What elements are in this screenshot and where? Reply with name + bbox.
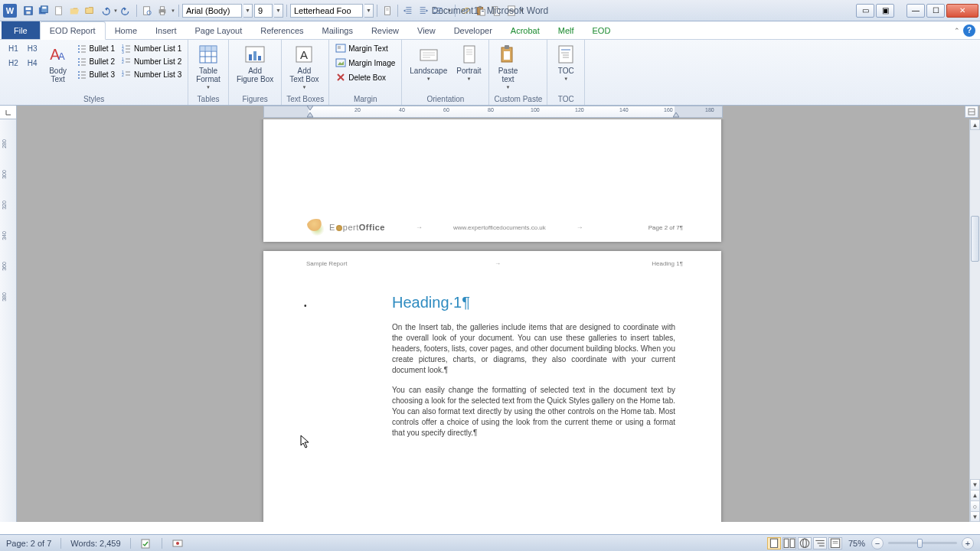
decrease-indent-icon[interactable]	[401, 4, 415, 18]
print-icon[interactable]	[155, 4, 169, 18]
quick-style-dropdown[interactable]: ▼	[364, 4, 374, 18]
h1-style-button[interactable]: H1	[5, 42, 22, 55]
font-name-dropdown[interactable]: ▼	[243, 4, 253, 18]
ribbon-restore-icon[interactable]: ▣	[876, 4, 894, 18]
tab-acrobat[interactable]: Acrobat	[501, 21, 549, 39]
first-line-indent-marker[interactable]	[307, 106, 313, 112]
save-icon[interactable]	[21, 4, 35, 18]
ribbon: H1 H3 H2 H4 AA Body Text Bullet 1 Bullet…	[0, 40, 980, 106]
tab-developer[interactable]: Developer	[445, 21, 501, 39]
undo-icon[interactable]	[98, 4, 112, 18]
vertical-scrollbar[interactable]: ▲ ▼ ▲ ○ ▼	[969, 119, 980, 522]
svg-point-55	[78, 71, 80, 73]
add-text-box-button[interactable]: A Add Text Box ▼	[286, 42, 322, 91]
font-size-box[interactable]: 9	[254, 4, 273, 18]
tab-review[interactable]: Review	[362, 21, 408, 39]
tab-selector[interactable]	[0, 106, 16, 119]
spell-check-icon[interactable]	[140, 537, 152, 549]
zoom-level-label[interactable]: 75%	[848, 539, 865, 548]
previous-page-button[interactable]: ▲	[970, 490, 980, 500]
svg-marker-91	[338, 61, 344, 65]
scroll-thumb[interactable]	[971, 216, 979, 262]
table-format-button[interactable]: Table Format ▼	[193, 42, 224, 91]
number-2-button[interactable]: 12Number List 2	[119, 55, 183, 67]
svg-rect-120	[784, 539, 789, 547]
tab-page-layout[interactable]: Page Layout	[186, 21, 252, 39]
portrait-button[interactable]: Portrait ▼	[453, 42, 484, 83]
tab-melf[interactable]: Melf	[549, 21, 583, 39]
web-layout-view-button[interactable]	[798, 537, 812, 549]
toc-button[interactable]: TOC ▼	[552, 42, 580, 83]
number-1-button[interactable]: 123Number List 1	[119, 42, 183, 54]
page-1: EpertOffice → www.expertofficedocuments.…	[263, 119, 721, 242]
h3-style-button[interactable]: H3	[24, 42, 41, 55]
redo-icon[interactable]	[119, 4, 133, 18]
svg-marker-112	[673, 112, 679, 117]
open-folder-icon[interactable]	[83, 4, 96, 18]
outline-view-button[interactable]	[813, 537, 827, 549]
bullet-1-button[interactable]: Bullet 1	[75, 42, 116, 54]
paste-text-button[interactable]: Paste text ▼	[494, 42, 521, 91]
tab-eod[interactable]: EOD	[583, 21, 620, 39]
macro-record-icon[interactable]	[172, 537, 184, 549]
word-count-label[interactable]: Words: 2,459	[70, 539, 120, 548]
svg-rect-83	[253, 51, 256, 60]
ribbon-minimize-icon[interactable]: ▭	[856, 4, 874, 18]
open-icon[interactable]	[67, 4, 81, 18]
full-screen-reading-view-button[interactable]	[782, 537, 796, 549]
add-figure-box-button[interactable]: Add Figure Box	[234, 42, 276, 85]
font-size-dropdown[interactable]: ▼	[274, 4, 283, 18]
delete-box-button[interactable]: Delete Box	[334, 71, 397, 83]
svg-rect-103	[505, 45, 509, 49]
zoom-in-button[interactable]: +	[962, 537, 974, 549]
minimize-button[interactable]: —	[906, 4, 925, 18]
maximize-button[interactable]: ☐	[926, 4, 945, 18]
page-count-label[interactable]: Page: 2 of 7	[6, 539, 51, 548]
svg-text:A: A	[58, 51, 65, 62]
h2-style-button[interactable]: H2	[5, 57, 22, 70]
group-margin: Margin Text Margin Image Delete Box Marg…	[329, 40, 402, 105]
draft-view-button[interactable]	[828, 537, 842, 549]
zoom-slider-thumb[interactable]	[917, 539, 923, 548]
tab-insert[interactable]: Insert	[146, 21, 186, 39]
landscape-button[interactable]: Landscape ▼	[407, 42, 450, 83]
bullet-3-button[interactable]: Bullet 3	[75, 68, 116, 80]
font-name-box[interactable]: Arial (Body)	[182, 4, 242, 18]
number-3-button[interactable]: 12Number List 3	[119, 68, 183, 80]
tab-eod-report[interactable]: EOD Report	[40, 21, 106, 40]
tab-home[interactable]: Home	[106, 21, 146, 39]
zoom-out-button[interactable]: −	[871, 537, 884, 549]
tab-references[interactable]: References	[251, 21, 312, 39]
ruler-toggle-button[interactable]	[965, 106, 978, 118]
ribbon-collapse-icon[interactable]: ⌃	[954, 27, 960, 34]
hanging-indent-marker[interactable]	[307, 112, 313, 119]
close-button[interactable]: ✕	[946, 4, 978, 18]
bullet-2-button[interactable]: Bullet 2	[75, 55, 116, 67]
tab-view[interactable]: View	[408, 21, 445, 39]
print-layout-view-button[interactable]	[767, 537, 781, 549]
horizontal-ruler[interactable]: 20 40 60 80 100 120 140 160 180	[263, 106, 723, 118]
document-canvas[interactable]: EpertOffice → www.expertofficedocuments.…	[17, 119, 969, 522]
vertical-ruler[interactable]: 280 300 320 340 360 380	[0, 106, 17, 522]
right-indent-marker[interactable]	[673, 112, 679, 119]
file-tab[interactable]: File	[2, 21, 40, 39]
h4-style-button[interactable]: H4	[24, 57, 41, 70]
help-icon[interactable]: ?	[963, 24, 975, 37]
increase-indent-icon[interactable]	[416, 4, 430, 18]
scroll-up-button[interactable]: ▲	[970, 119, 980, 130]
scroll-down-button[interactable]: ▼	[970, 479, 980, 490]
zoom-slider[interactable]	[888, 542, 957, 544]
margin-image-button[interactable]: Margin Image	[334, 57, 397, 69]
browse-object-button[interactable]: ○	[970, 500, 980, 511]
body-text-button[interactable]: AA Body Text	[44, 42, 72, 85]
tab-mailings[interactable]: Mailings	[313, 21, 362, 39]
save-all-icon[interactable]	[37, 4, 51, 18]
svg-point-51	[78, 61, 80, 63]
svg-point-118	[176, 542, 179, 545]
next-page-button[interactable]: ▼	[970, 511, 980, 522]
quick-style-box[interactable]: Letterhead Foo	[290, 4, 363, 18]
page-view-icon[interactable]	[381, 4, 394, 18]
new-icon[interactable]	[52, 4, 66, 18]
print-preview-icon[interactable]	[140, 4, 154, 18]
margin-text-button[interactable]: Margin Text	[334, 42, 397, 54]
